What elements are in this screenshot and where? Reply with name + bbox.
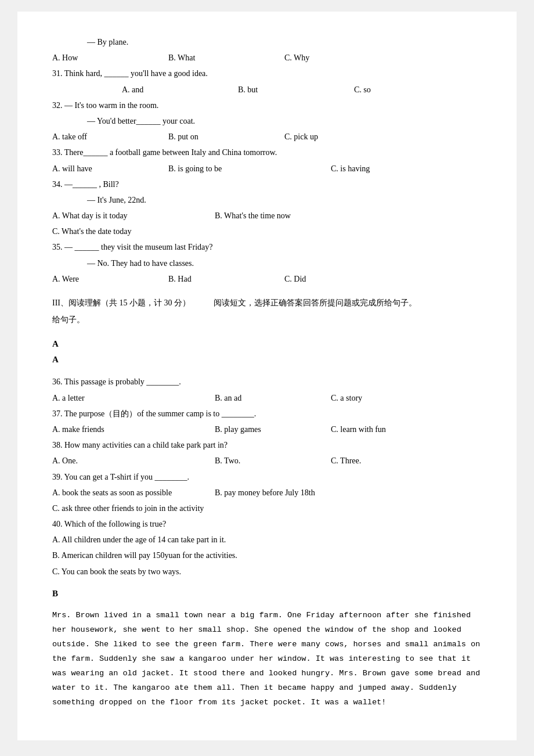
q31-option-c: C. so — [354, 82, 470, 97]
q35-stem1: 35. — ______ they visit the museum last … — [52, 240, 482, 254]
label-a2: A — [52, 352, 482, 368]
q36-option-b: B. an ad — [215, 391, 331, 405]
q37-block: 37. The purpose（目的）of the summer camp is… — [52, 406, 482, 437]
q34-options: A. What day is it today B. What's the ti… — [52, 208, 482, 223]
label-a1: A — [52, 336, 482, 352]
q40-stem: 40. Which of the following is true? — [52, 517, 482, 531]
q39-stem: 39. You can get a T-shirt if you _______… — [52, 470, 482, 484]
q30-options: A. How B. What C. Why — [52, 51, 482, 65]
passage-b-label: B — [52, 586, 482, 602]
q37-option-c: C. learn with fun — [331, 422, 447, 437]
q38-option-a: A. One. — [52, 453, 215, 468]
q37-options: A. make friends B. play games C. learn w… — [52, 422, 482, 437]
q31-options: A. and B. but C. so — [52, 82, 482, 97]
q33-option-c: C. is having — [331, 161, 447, 176]
q39-options: A. book the seats as soon as possible B.… — [52, 485, 482, 500]
q32-option-a: A. take off — [52, 129, 168, 144]
q32-option-b: B. put on — [168, 129, 284, 144]
section3-instruction2: 给句子。 — [52, 312, 482, 327]
q34-stem1: 34. —______ , Bill? — [52, 177, 482, 192]
q36-stem: 36. This passage is probably ________. — [52, 375, 482, 389]
q38-option-b: B. Two. — [215, 453, 331, 468]
q34-option-c: C. What's the date today — [52, 224, 482, 239]
q32-stem1: 32. — It's too warm in the room. — [52, 98, 482, 113]
passage-b-text: Mrs. Brown lived in a small town near a … — [52, 609, 482, 710]
q39-option-c: C. ask three other friends to join in th… — [52, 501, 482, 516]
q34-stem2: — It's June, 22nd. — [52, 193, 482, 207]
section3-header-row: III、阅读理解（共 15 小题，计 30 分） 阅读短文，选择正确答案回答所提… — [52, 296, 482, 310]
q31-option-b: B. but — [238, 82, 354, 97]
q40-option-b: B. American children will pay 150yuan fo… — [52, 548, 482, 563]
q38-option-c: C. Three. — [331, 453, 447, 468]
q38-block: 38. How many activities can a child take… — [52, 438, 482, 468]
q34-option-a: A. What day is it today — [52, 208, 215, 223]
section3-header: III、阅读理解（共 15 小题，计 30 分） — [52, 296, 190, 310]
q38-stem: 38. How many activities can a child take… — [52, 438, 482, 452]
q32-stem2: — You'd better______ your coat. — [52, 114, 482, 128]
q37-option-b: B. play games — [215, 422, 331, 437]
q30-option-c: C. Why — [284, 51, 400, 65]
q37-stem: 37. The purpose（目的）of the summer camp is… — [52, 406, 482, 421]
q32-option-c: C. pick up — [284, 129, 400, 144]
q39-option-b: B. pay money before July 18th — [215, 485, 331, 500]
q31-stem: 31. Think hard, ______ you'll have a goo… — [52, 66, 482, 81]
q39-block: 39. You can get a T-shirt if you _______… — [52, 470, 482, 516]
q37-option-a: A. make friends — [52, 422, 215, 437]
q36-option-c: C. a story — [331, 391, 447, 405]
q38-options: A. One. B. Two. C. Three. — [52, 453, 482, 468]
q40-option-a: A. All children under the age of 14 can … — [52, 532, 482, 547]
q33-option-b: B. is going to be — [168, 161, 331, 176]
q36-option-a: A. a letter — [52, 391, 215, 405]
section3-instruction: 阅读短文，选择正确答案回答所提问题或完成所给句子。 — [214, 296, 417, 310]
q31-option-a: A. and — [122, 82, 238, 97]
q30-option-a: A. How — [52, 51, 168, 65]
q35-stem2: — No. They had to have classes. — [52, 256, 482, 271]
label-b: B — [52, 589, 58, 598]
q40-block: 40. Which of the following is true? A. A… — [52, 517, 482, 579]
passage-label-a1: A A — [52, 336, 482, 368]
q35-option-a: A. Were — [52, 272, 168, 286]
q35-option-c: C. Did — [284, 272, 400, 286]
exam-page: — By plane. A. How B. What C. Why 31. Th… — [17, 12, 517, 740]
q33-stem: 33. There______ a football game between … — [52, 145, 482, 160]
q35-option-b: B. Had — [168, 272, 284, 286]
q34-option-b: B. What's the time now — [215, 208, 331, 223]
q36-block: 36. This passage is probably ________. A… — [52, 375, 482, 405]
q35-options: A. Were B. Had C. Did — [52, 272, 482, 286]
q33-option-a: A. will have — [52, 161, 168, 176]
line-by-plane: — By plane. — [52, 35, 482, 49]
q36-options: A. a letter B. an ad C. a story — [52, 391, 482, 405]
q39-option-a: A. book the seats as soon as possible — [52, 485, 215, 500]
q33-options: A. will have B. is going to be C. is hav… — [52, 161, 482, 176]
q30-option-b: B. What — [168, 51, 284, 65]
q40-option-c: C. You can book the seats by two ways. — [52, 564, 482, 579]
q32-options: A. take off B. put on C. pick up — [52, 129, 482, 144]
